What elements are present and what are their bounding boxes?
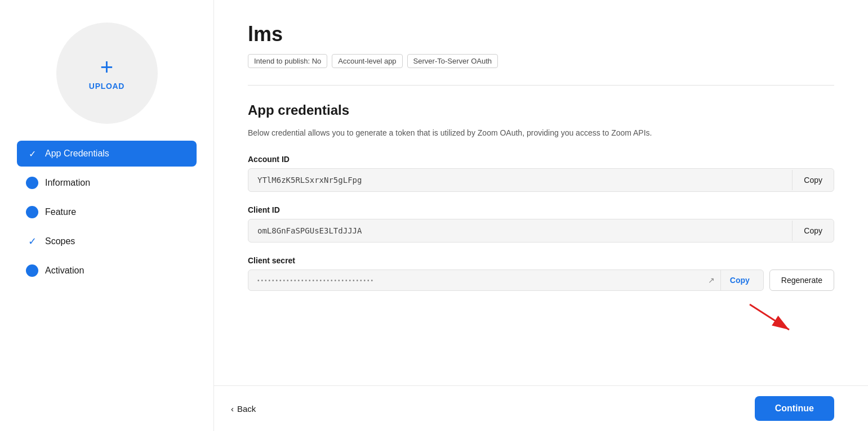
sidebar-item-activation[interactable]: Activation (17, 258, 197, 284)
upload-label: UPLOAD (89, 82, 124, 91)
client-secret-copy-button[interactable]: Copy (720, 270, 759, 290)
secret-actions: ↗ Copy (705, 270, 763, 290)
back-chevron-icon: ‹ (231, 404, 234, 414)
check-icon-active: ✓ (26, 147, 38, 160)
badge-auth: Server-To-Server OAuth (407, 54, 498, 68)
account-id-copy-button[interactable]: Copy (792, 170, 834, 190)
sidebar-item-information[interactable]: Information (17, 170, 197, 196)
section-divider (248, 85, 834, 86)
sidebar-item-app-credentials[interactable]: ✓ App Credentials (17, 141, 197, 167)
client-id-label: Client ID (248, 205, 834, 214)
badges-row: Intend to publish: No Account-level app … (248, 54, 834, 68)
client-secret-group: Client secret ••••••••••••••••••••••••••… (248, 256, 834, 291)
badge-publish: Intend to publish: No (248, 54, 327, 68)
section-title: App credentials (248, 102, 834, 118)
sidebar-item-label-activation: Activation (45, 266, 84, 276)
client-secret-dots: •••••••••••••••••••••••••••••••• (248, 271, 705, 290)
account-id-input[interactable] (248, 169, 792, 191)
dot-icon-feature (26, 206, 38, 218)
client-secret-label: Client secret (248, 256, 834, 265)
arrow-annotation (744, 293, 800, 340)
continue-button[interactable]: Continue (755, 396, 834, 421)
sidebar-item-label-app-credentials: App Credentials (45, 149, 109, 159)
eye-icon[interactable]: ↗ (705, 273, 718, 287)
section-description: Below credential allows you to generate … (248, 127, 834, 139)
dot-icon-activation (26, 264, 38, 277)
client-id-input[interactable] (248, 219, 792, 242)
back-button[interactable]: ‹ Back (231, 404, 256, 414)
sidebar-item-feature[interactable]: Feature (17, 199, 197, 225)
upload-button[interactable]: + UPLOAD (56, 23, 158, 124)
account-id-group: Account ID Copy (248, 155, 834, 192)
dot-icon-information (26, 177, 38, 189)
check-icon-scopes: ✓ (26, 235, 38, 248)
sidebar-item-label-information: Information (45, 178, 90, 188)
app-title: lms (248, 23, 834, 46)
account-id-field-row: Copy (248, 168, 834, 192)
regenerate-button[interactable]: Regenerate (769, 270, 834, 291)
client-secret-field-box: •••••••••••••••••••••••••••••••• ↗ Copy (248, 270, 764, 291)
plus-icon: + (100, 56, 113, 78)
sidebar-item-label-scopes: Scopes (45, 236, 75, 246)
client-id-field-row: Copy (248, 219, 834, 243)
back-label: Back (237, 404, 256, 414)
account-id-label: Account ID (248, 155, 834, 164)
badge-level: Account-level app (332, 54, 402, 68)
sidebar-item-scopes[interactable]: ✓ Scopes (17, 228, 197, 254)
sidebar-item-label-feature: Feature (45, 207, 76, 217)
client-secret-row: •••••••••••••••••••••••••••••••• ↗ Copy … (248, 270, 834, 291)
main-content: lms Intend to publish: No Account-level … (214, 0, 868, 385)
sidebar-nav: ✓ App Credentials Information Feature ✓ … (17, 141, 197, 284)
footer: ‹ Back Continue (214, 385, 868, 431)
client-id-group: Client ID Copy (248, 205, 834, 243)
svg-line-1 (750, 304, 789, 330)
client-id-copy-button[interactable]: Copy (792, 221, 834, 241)
sidebar: + UPLOAD ✓ App Credentials Information F… (0, 0, 214, 431)
